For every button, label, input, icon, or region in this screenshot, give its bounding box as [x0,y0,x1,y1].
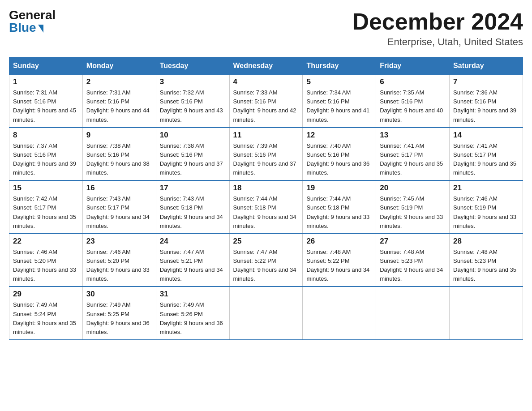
calendar-week-row: 1Sunrise: 7:31 AMSunset: 5:16 PMDaylight… [9,75,523,128]
calendar-week-row: 8Sunrise: 7:37 AMSunset: 5:16 PMDaylight… [9,128,523,181]
day-number: 30 [86,290,152,299]
day-info: Sunrise: 7:44 AMSunset: 5:18 PMDaylight:… [306,194,372,231]
page-header: General Blue December 2024 Enterprise, U… [9,9,523,48]
day-info: Sunrise: 7:48 AMSunset: 5:23 PMDaylight:… [453,248,519,284]
table-row: 22Sunrise: 7:46 AMSunset: 5:20 PMDayligh… [9,234,83,287]
day-info: Sunrise: 7:42 AMSunset: 5:17 PMDaylight:… [13,194,79,231]
table-row [229,287,303,340]
day-info: Sunrise: 7:49 AMSunset: 5:26 PMDaylight:… [160,300,226,337]
table-row: 5Sunrise: 7:34 AMSunset: 5:16 PMDaylight… [303,75,376,128]
day-number: 6 [380,77,446,86]
calendar-header: Sunday Monday Tuesday Wednesday Thursday… [9,57,523,75]
table-row: 31Sunrise: 7:49 AMSunset: 5:26 PMDayligh… [156,287,229,340]
day-info: Sunrise: 7:32 AMSunset: 5:16 PMDaylight:… [160,88,226,124]
day-number: 18 [233,184,299,193]
day-info: Sunrise: 7:41 AMSunset: 5:17 PMDaylight:… [380,141,446,178]
calendar-table: Sunday Monday Tuesday Wednesday Thursday… [9,57,523,340]
table-row: 30Sunrise: 7:49 AMSunset: 5:25 PMDayligh… [82,287,156,340]
day-info: Sunrise: 7:31 AMSunset: 5:16 PMDaylight:… [13,88,79,124]
day-number: 29 [13,290,79,299]
calendar-week-row: 29Sunrise: 7:49 AMSunset: 5:24 PMDayligh… [9,287,523,340]
table-row: 29Sunrise: 7:49 AMSunset: 5:24 PMDayligh… [9,287,83,340]
table-row: 16Sunrise: 7:43 AMSunset: 5:17 PMDayligh… [82,180,156,234]
table-row: 24Sunrise: 7:47 AMSunset: 5:21 PMDayligh… [156,234,229,287]
day-info: Sunrise: 7:31 AMSunset: 5:16 PMDaylight:… [86,88,152,124]
day-number: 25 [233,237,299,246]
col-monday: Monday [82,57,156,75]
day-number: 24 [160,237,226,246]
day-info: Sunrise: 7:46 AMSunset: 5:20 PMDaylight:… [13,248,79,284]
col-saturday: Saturday [450,57,523,75]
table-row: 17Sunrise: 7:43 AMSunset: 5:18 PMDayligh… [156,180,229,234]
day-info: Sunrise: 7:49 AMSunset: 5:24 PMDaylight:… [13,300,79,337]
table-row [376,287,450,340]
logo-triangle-icon [38,25,43,33]
table-row: 21Sunrise: 7:46 AMSunset: 5:19 PMDayligh… [450,180,523,234]
table-row: 13Sunrise: 7:41 AMSunset: 5:17 PMDayligh… [376,128,450,181]
table-row: 11Sunrise: 7:39 AMSunset: 5:16 PMDayligh… [229,128,303,181]
day-info: Sunrise: 7:45 AMSunset: 5:19 PMDaylight:… [380,194,446,231]
day-info: Sunrise: 7:38 AMSunset: 5:16 PMDaylight:… [160,141,226,178]
table-row: 15Sunrise: 7:42 AMSunset: 5:17 PMDayligh… [9,180,83,234]
day-number: 9 [86,131,152,140]
logo: General Blue [9,9,56,34]
table-row [303,287,376,340]
day-info: Sunrise: 7:48 AMSunset: 5:22 PMDaylight:… [306,248,372,284]
day-number: 23 [86,237,152,246]
table-row: 10Sunrise: 7:38 AMSunset: 5:16 PMDayligh… [156,128,229,181]
day-number: 16 [86,184,152,193]
day-number: 13 [380,131,446,140]
day-number: 28 [453,237,519,246]
day-number: 11 [233,131,299,140]
calendar-week-row: 22Sunrise: 7:46 AMSunset: 5:20 PMDayligh… [9,234,523,287]
day-number: 10 [160,131,226,140]
header-row: Sunday Monday Tuesday Wednesday Thursday… [9,57,523,75]
table-row: 9Sunrise: 7:38 AMSunset: 5:16 PMDaylight… [82,128,156,181]
table-row: 12Sunrise: 7:40 AMSunset: 5:16 PMDayligh… [303,128,376,181]
day-info: Sunrise: 7:40 AMSunset: 5:16 PMDaylight:… [306,141,372,178]
table-row: 25Sunrise: 7:47 AMSunset: 5:22 PMDayligh… [229,234,303,287]
table-row: 19Sunrise: 7:44 AMSunset: 5:18 PMDayligh… [303,180,376,234]
table-row: 20Sunrise: 7:45 AMSunset: 5:19 PMDayligh… [376,180,450,234]
table-row: 3Sunrise: 7:32 AMSunset: 5:16 PMDaylight… [156,75,229,128]
day-number: 14 [453,131,519,140]
col-sunday: Sunday [9,57,83,75]
day-number: 20 [380,184,446,193]
day-number: 21 [453,184,519,193]
table-row [450,287,523,340]
table-row: 18Sunrise: 7:44 AMSunset: 5:18 PMDayligh… [229,180,303,234]
day-info: Sunrise: 7:47 AMSunset: 5:22 PMDaylight:… [233,248,299,284]
col-tuesday: Tuesday [156,57,229,75]
day-info: Sunrise: 7:36 AMSunset: 5:16 PMDaylight:… [453,88,519,124]
day-number: 1 [13,77,79,86]
day-number: 26 [306,237,372,246]
day-info: Sunrise: 7:37 AMSunset: 5:16 PMDaylight:… [13,141,79,178]
table-row: 28Sunrise: 7:48 AMSunset: 5:23 PMDayligh… [450,234,523,287]
table-row: 27Sunrise: 7:48 AMSunset: 5:23 PMDayligh… [376,234,450,287]
day-number: 31 [160,290,226,299]
table-row: 8Sunrise: 7:37 AMSunset: 5:16 PMDaylight… [9,128,83,181]
col-thursday: Thursday [303,57,376,75]
day-info: Sunrise: 7:44 AMSunset: 5:18 PMDaylight:… [233,194,299,231]
table-row: 1Sunrise: 7:31 AMSunset: 5:16 PMDaylight… [9,75,83,128]
day-info: Sunrise: 7:43 AMSunset: 5:17 PMDaylight:… [86,194,152,231]
day-info: Sunrise: 7:34 AMSunset: 5:16 PMDaylight:… [306,88,372,124]
day-info: Sunrise: 7:41 AMSunset: 5:17 PMDaylight:… [453,141,519,178]
day-info: Sunrise: 7:47 AMSunset: 5:21 PMDaylight:… [160,248,226,284]
month-title: December 2024 [352,9,523,34]
col-friday: Friday [376,57,450,75]
day-number: 19 [306,184,372,193]
day-number: 2 [86,77,152,86]
logo-blue-text: Blue [9,21,43,34]
day-info: Sunrise: 7:38 AMSunset: 5:16 PMDaylight:… [86,141,152,178]
table-row: 2Sunrise: 7:31 AMSunset: 5:16 PMDaylight… [82,75,156,128]
location-text: Enterprise, Utah, United States [352,36,523,48]
table-row: 14Sunrise: 7:41 AMSunset: 5:17 PMDayligh… [450,128,523,181]
day-info: Sunrise: 7:49 AMSunset: 5:25 PMDaylight:… [86,300,152,337]
calendar-week-row: 15Sunrise: 7:42 AMSunset: 5:17 PMDayligh… [9,180,523,234]
table-row: 6Sunrise: 7:35 AMSunset: 5:16 PMDaylight… [376,75,450,128]
title-block: December 2024 Enterprise, Utah, United S… [352,9,523,48]
table-row: 7Sunrise: 7:36 AMSunset: 5:16 PMDaylight… [450,75,523,128]
day-info: Sunrise: 7:33 AMSunset: 5:16 PMDaylight:… [233,88,299,124]
day-info: Sunrise: 7:43 AMSunset: 5:18 PMDaylight:… [160,194,226,231]
